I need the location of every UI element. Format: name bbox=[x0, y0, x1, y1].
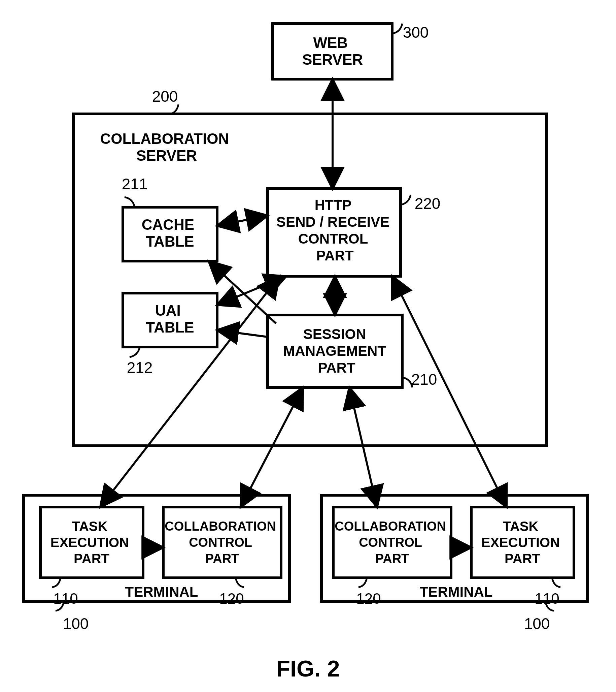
figure-title: FIG. 2 bbox=[277, 656, 340, 681]
terminal-right-box: TERMINAL 100 bbox=[322, 495, 587, 632]
terminal-left-box: TERMINAL 100 bbox=[24, 495, 289, 632]
cache-table-box: CACHE TABLE 211 bbox=[122, 175, 217, 261]
collaboration-server-label: COLLABORATION SERVER bbox=[100, 130, 233, 164]
terminal-right-label: TERMINAL bbox=[420, 584, 493, 600]
collab-ctrl-right-ref: 120 bbox=[356, 590, 381, 607]
task-exec-right-ref: 110 bbox=[534, 590, 559, 607]
collab-ctrl-right-label: COLLABORATION CONTROL PART bbox=[335, 519, 449, 566]
uai-table-label: UAI TABLE bbox=[146, 302, 194, 336]
collaboration-server-box: COLLABORATION SERVER 200 bbox=[73, 88, 546, 446]
arrow-session-uai bbox=[217, 330, 268, 337]
collab-ctrl-left-ref: 120 bbox=[219, 590, 244, 607]
arrow-taskL-http bbox=[100, 276, 279, 507]
http-control-box: HTTP SEND / RECEIVE CONTROL PART 220 bbox=[268, 189, 440, 276]
http-control-ref: 220 bbox=[415, 195, 441, 212]
arrow-taskR-http bbox=[392, 276, 507, 507]
cache-table-ref: 211 bbox=[122, 175, 148, 193]
terminal-right-ref: 100 bbox=[524, 615, 550, 632]
session-mgmt-ref: 210 bbox=[411, 371, 437, 388]
web-server-label: WEB SERVER bbox=[302, 34, 363, 68]
task-exec-left-ref: 110 bbox=[53, 590, 78, 607]
arrow-ccL-session bbox=[241, 387, 303, 507]
web-server-box: WEB SERVER 300 bbox=[273, 24, 428, 79]
terminal-left-ref: 100 bbox=[63, 615, 89, 632]
collaboration-server-ref: 200 bbox=[152, 88, 178, 105]
session-mgmt-box: SESSION MANAGEMENT PART 210 bbox=[268, 315, 437, 388]
cache-table-label: CACHE TABLE bbox=[142, 216, 199, 250]
collab-ctrl-left-label: COLLABORATION CONTROL PART bbox=[164, 519, 279, 566]
arrow-ccR-session bbox=[349, 387, 377, 507]
uai-table-box: UAI TABLE 212 bbox=[123, 293, 217, 376]
session-mgmt-label: SESSION MANAGEMENT PART bbox=[283, 326, 390, 376]
task-exec-right-label: TASK EXECUTION PART bbox=[481, 519, 564, 566]
http-control-label: HTTP SEND / RECEIVE CONTROL PART bbox=[277, 197, 394, 264]
uai-table-ref: 212 bbox=[127, 359, 153, 376]
terminal-left-label: TERMINAL bbox=[125, 584, 198, 600]
web-server-ref: 300 bbox=[403, 24, 429, 41]
task-exec-left-label: TASK EXECUTION PART bbox=[50, 519, 133, 566]
svg-rect-0 bbox=[73, 114, 546, 446]
arrow-cache-http bbox=[217, 216, 268, 226]
